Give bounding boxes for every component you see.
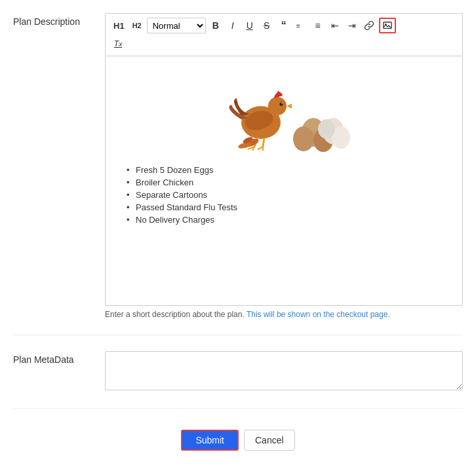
cancel-button[interactable]: Cancel [244,430,295,451]
indent-increase-button[interactable]: ⇥ [345,18,359,33]
editor-body[interactable]: Fresh 5 Dozen Eggs Broiler Chicken Separ… [106,56,462,305]
svg-point-7 [281,103,283,104]
ordered-list-button[interactable]: ≡ [294,18,308,33]
plan-description-section: Plan Description H1 H2 Normal Heading 1 … [13,13,463,335]
editor-toolbar: H1 H2 Normal Heading 1 Heading 2 Heading… [106,14,462,56]
metadata-input[interactable] [105,351,463,390]
form-buttons: Submit Cancel [13,424,463,451]
h1-button[interactable]: H1 [111,18,127,33]
list-item: Separate Cartoons [127,190,452,200]
rich-text-editor: H1 H2 Normal Heading 1 Heading 2 Heading… [105,13,463,306]
link-icon [365,21,374,30]
svg-point-4 [268,97,287,115]
editor-image-area [116,67,452,152]
image-icon [383,21,392,30]
h2-button[interactable]: H2 [130,18,144,33]
plan-metadata-content [105,351,463,392]
plan-metadata-section: Plan MetaData [13,351,463,409]
clear-format-button[interactable]: Tx [111,36,125,52]
font-style-select[interactable]: Normal Heading 1 Heading 2 Heading 3 [147,18,206,33]
submit-button[interactable]: Submit [181,430,239,451]
link-button[interactable] [362,18,376,33]
hint-before: Enter a short description about the plan… [105,310,247,319]
hint-text: Enter a short description about the plan… [105,310,463,319]
list-item: Passed Standard Flu Tests [127,202,452,212]
list-item: Broiler Chicken [127,178,452,187]
svg-marker-5 [287,103,292,109]
list-item: No Delivery Charges [127,215,452,225]
list-item: Fresh 5 Dozen Eggs [127,165,452,175]
bold-button[interactable]: B [208,18,223,33]
plan-description-content: H1 H2 Normal Heading 1 Heading 2 Heading… [105,13,463,319]
underline-button[interactable]: U [243,18,257,33]
plan-metadata-label: Plan MetaData [13,351,105,367]
svg-line-13 [258,147,263,149]
bullet-list: Fresh 5 Dozen Eggs Broiler Chicken Separ… [116,165,452,225]
italic-button[interactable]: I [226,18,240,33]
ordered-list-icon: ≡ [296,21,306,30]
unordered-list-button[interactable]: ≡ [311,18,325,33]
chicken-eggs-image [212,67,356,152]
strikethrough-button[interactable]: S [260,18,274,33]
svg-point-23 [318,119,335,139]
svg-point-19 [293,126,314,151]
quote-button[interactable]: “ [277,18,291,33]
hint-link: This will be shown on the checkout page. [247,310,390,319]
plan-description-label: Plan Description [13,13,105,29]
image-button[interactable] [379,18,396,33]
svg-text:≡: ≡ [296,22,300,29]
indent-decrease-button[interactable]: ⇤ [328,18,342,33]
svg-point-6 [280,103,283,106]
svg-line-10 [263,138,264,147]
